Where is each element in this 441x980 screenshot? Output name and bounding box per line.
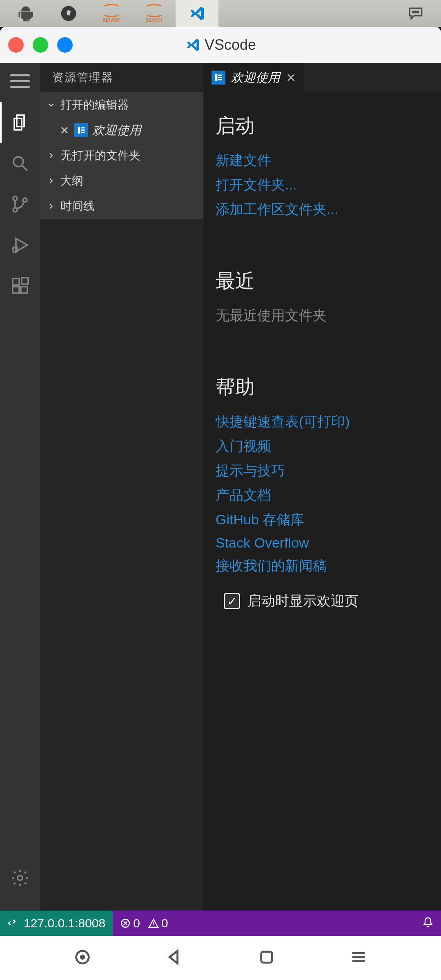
link-keyboard-cheatsheet[interactable]: 快捷键速查表(可打印) [216,412,429,431]
tree-label: 大纲 [60,173,83,189]
link-intro-videos[interactable]: 入门视频 [216,437,429,456]
task-compass-icon[interactable] [47,0,90,27]
activity-extensions[interactable] [0,265,40,306]
section-start: 启动 新建文件 打开文件夹... 添加工作区文件夹... [216,113,429,219]
tree-timeline[interactable]: 时间线 [40,194,203,219]
tree-label: 打开的编辑器 [60,97,129,113]
svg-rect-10 [13,287,19,293]
editor-area: 欢迎使用 ✕ 启动 新建文件 打开文件夹... 添加工作区文件夹... 最近 无… [203,63,441,911]
task-chat-icon[interactable] [394,0,437,27]
open-editor-label: 欢迎使用 [92,122,141,139]
link-add-workspace[interactable]: 添加工作区文件夹... [216,200,429,219]
close-icon[interactable] [60,125,70,136]
chevron-right-icon [46,150,56,161]
nav-menu-icon[interactable] [349,948,368,968]
welcome-content: 启动 新建文件 打开文件夹... 添加工作区文件夹... 最近 无最近使用文件夹… [203,92,441,911]
tab-label: 欢迎使用 [231,69,280,86]
task-jupyter-icon-2[interactable]: jupyter [133,0,176,27]
svg-point-4 [13,157,23,167]
svg-rect-9 [13,278,19,285]
nav-home-icon[interactable] [257,948,276,968]
chevron-down-icon [46,100,56,110]
task-android-icon[interactable] [4,0,47,27]
tree-outline[interactable]: 大纲 [40,168,203,194]
task-vscode-icon[interactable] [176,0,218,27]
svg-rect-14 [78,127,80,134]
status-notifications[interactable] [422,916,434,931]
link-stack-overflow[interactable]: Stack Overflow [216,535,429,551]
android-nav-bar [0,936,441,980]
svg-rect-11 [21,287,27,293]
section-help: 帮助 快捷键速查表(可打印) 入门视频 提示与技巧 产品文档 GitHub 存储… [216,374,429,575]
link-newsletter[interactable]: 接收我们的新闻稿 [216,557,429,575]
section-title: 帮助 [216,374,429,400]
svg-point-13 [18,875,22,880]
activity-run-debug[interactable] [0,225,40,265]
open-editor-item[interactable]: 欢迎使用 [40,118,203,143]
recent-empty: 无最近使用文件夹 [216,306,429,325]
svg-rect-20 [218,77,222,78]
window-maximize-button[interactable] [57,37,73,53]
svg-rect-25 [261,952,272,963]
svg-point-6 [13,208,17,212]
svg-point-5 [13,196,17,200]
status-remote[interactable]: 127.0.0.1:8008 [0,911,113,936]
svg-point-2 [415,11,416,13]
show-on-startup-row[interactable]: ✓ 启动时显示欢迎页 [216,592,429,610]
section-recent: 最近 无最近使用文件夹 [216,268,429,325]
window-title: VScode [185,36,256,53]
status-bar: 127.0.0.1:8008 0 0 [0,911,441,936]
section-title: 最近 [216,268,429,294]
section-title: 启动 [216,113,429,139]
link-product-docs[interactable]: 产品文档 [216,486,429,505]
svg-rect-19 [218,75,222,76]
tab-close-icon[interactable]: ✕ [286,71,296,85]
svg-point-24 [81,956,84,959]
link-tips-tricks[interactable]: 提示与技巧 [216,461,429,480]
activity-bar [0,63,40,911]
explorer-panel: 资源管理器 打开的编辑器 欢迎使用 无打开的文件夹 大纲 时间线 [40,63,203,911]
chevron-right-icon [46,201,56,212]
tree-open-editors[interactable]: 打开的编辑器 [40,92,203,118]
activity-settings[interactable] [0,858,40,898]
activity-search[interactable] [0,143,40,184]
status-warnings[interactable]: 0 [148,916,168,930]
chevron-right-icon [46,176,56,186]
activity-explorer[interactable] [0,102,40,143]
svg-rect-17 [81,132,85,133]
task-jupyter-icon-1[interactable]: jupyter [90,0,133,27]
svg-point-3 [417,11,419,13]
status-errors[interactable]: 0 [120,916,140,930]
show-on-startup-label: 启动时显示欢迎页 [247,592,359,610]
checkbox-checked-icon[interactable]: ✓ [224,593,240,609]
svg-point-7 [23,198,27,202]
nav-back-icon[interactable] [165,948,184,968]
svg-rect-15 [81,127,85,129]
window-close-button[interactable] [8,37,24,53]
tab-bar: 欢迎使用 ✕ [203,63,441,92]
svg-rect-21 [218,79,222,80]
status-remote-label: 127.0.0.1:8008 [24,916,105,930]
link-open-folder[interactable]: 打开文件夹... [216,176,429,194]
welcome-file-icon [74,123,88,137]
link-new-file[interactable]: 新建文件 [216,151,429,170]
window-titlebar: VScode [0,27,441,63]
window-minimize-button[interactable] [33,37,48,53]
tree-label: 时间线 [60,198,95,214]
tree-no-folder[interactable]: 无打开的文件夹 [40,143,203,168]
tab-welcome[interactable]: 欢迎使用 ✕ [203,63,304,92]
svg-rect-12 [22,278,28,284]
svg-rect-18 [215,74,218,81]
svg-point-1 [412,11,414,13]
activity-source-control[interactable] [0,184,40,225]
link-github-repo[interactable]: GitHub 存储库 [216,510,429,529]
nav-recents-icon[interactable] [73,948,92,968]
welcome-file-icon [212,71,225,85]
svg-point-8 [13,247,18,252]
explorer-title: 资源管理器 [40,63,203,92]
tree-label: 无打开的文件夹 [60,148,140,163]
android-taskbar: jupyter jupyter [0,0,441,27]
svg-rect-16 [81,129,85,131]
menu-button[interactable] [10,71,30,91]
